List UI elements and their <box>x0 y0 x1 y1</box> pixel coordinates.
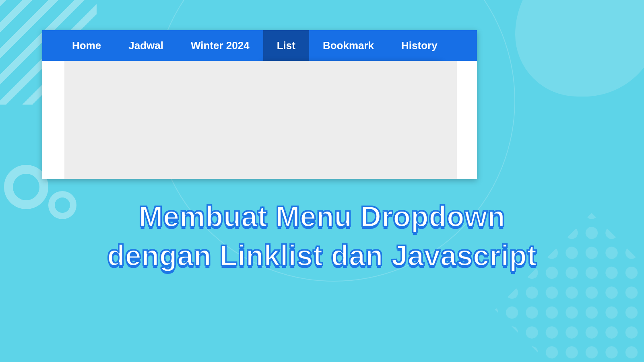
nav-history[interactable]: History <box>388 30 451 61</box>
nav-winter-2024[interactable]: Winter 2024 <box>177 30 263 61</box>
demo-panel: Home Jadwal Winter 2024 List Anime List … <box>42 30 477 179</box>
hero-line-1: Membuat Menu Dropdown <box>16 197 628 236</box>
nav-label: History <box>401 39 438 52</box>
content-area <box>64 61 457 179</box>
nav-label: Winter 2024 <box>191 39 250 52</box>
nav-label: Bookmark <box>323 39 374 52</box>
nav-jadwal[interactable]: Jadwal <box>115 30 177 61</box>
nav-label: List <box>277 39 295 52</box>
nav-label: Home <box>72 39 101 52</box>
bg-blob <box>515 0 644 97</box>
nav-bookmark[interactable]: Bookmark <box>309 30 388 61</box>
nav-list[interactable]: List Anime List Genre List Season List <box>263 30 309 61</box>
hero-line-2: dengan Linklist dan Javascript <box>16 236 628 275</box>
hero-title: Membuat Menu Dropdown dengan Linklist da… <box>0 197 644 275</box>
nav-home[interactable]: Home <box>58 30 115 61</box>
nav-label: Jadwal <box>128 39 163 52</box>
navbar: Home Jadwal Winter 2024 List Anime List … <box>42 30 477 61</box>
